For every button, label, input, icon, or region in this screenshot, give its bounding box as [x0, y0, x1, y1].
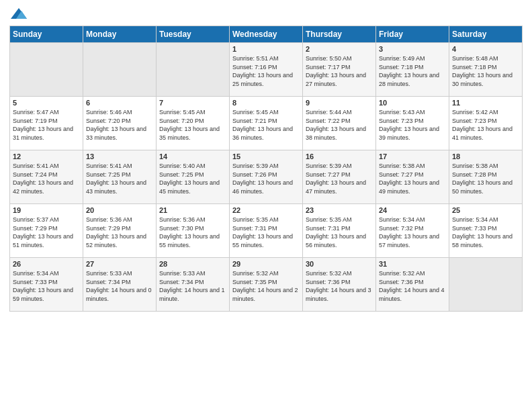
weekday-header-tuesday: Tuesday: [157, 26, 230, 43]
day-info: Sunrise: 5:33 AMSunset: 7:34 PMDaylight:…: [86, 270, 152, 302]
day-info: Sunrise: 5:34 AMSunset: 7:32 PMDaylight:…: [379, 216, 439, 248]
day-info: Sunrise: 5:40 AMSunset: 7:25 PMDaylight:…: [159, 163, 220, 195]
calendar-cell: 19Sunrise: 5:37 AMSunset: 7:29 PMDayligh…: [10, 204, 83, 258]
day-number: 1: [232, 45, 300, 53]
day-info: Sunrise: 5:39 AMSunset: 7:26 PMDaylight:…: [232, 163, 293, 195]
day-number: 5: [13, 99, 80, 107]
day-number: 27: [86, 260, 153, 268]
day-info: Sunrise: 5:41 AMSunset: 7:24 PMDaylight:…: [13, 163, 73, 195]
weekday-header-saturday: Saturday: [449, 26, 523, 43]
day-info: Sunrise: 5:49 AMSunset: 7:18 PMDaylight:…: [379, 55, 439, 87]
calendar-cell: 14Sunrise: 5:40 AMSunset: 7:25 PMDayligh…: [157, 150, 230, 204]
logo-icon: [9, 7, 28, 21]
calendar-cell: 12Sunrise: 5:41 AMSunset: 7:24 PMDayligh…: [10, 150, 83, 204]
weekday-header-wednesday: Wednesday: [230, 26, 303, 43]
day-info: Sunrise: 5:50 AMSunset: 7:17 PMDaylight:…: [306, 55, 366, 87]
day-number: 24: [379, 206, 446, 214]
day-number: 26: [13, 260, 80, 268]
calendar-container: SundayMondayTuesdayWednesdayThursdayFrid…: [0, 0, 532, 318]
calendar-cell: 22Sunrise: 5:35 AMSunset: 7:31 PMDayligh…: [230, 204, 303, 258]
day-info: Sunrise: 5:37 AMSunset: 7:29 PMDaylight:…: [13, 216, 73, 248]
day-number: 3: [379, 45, 446, 53]
calendar-cell: [449, 258, 523, 312]
calendar-cell: 6Sunrise: 5:46 AMSunset: 7:20 PMDaylight…: [83, 97, 157, 150]
calendar-cell: 18Sunrise: 5:38 AMSunset: 7:28 PMDayligh…: [449, 150, 523, 204]
day-info: Sunrise: 5:32 AMSunset: 7:35 PMDaylight:…: [232, 270, 298, 302]
day-info: Sunrise: 5:44 AMSunset: 7:22 PMDaylight:…: [306, 109, 366, 141]
day-info: Sunrise: 5:51 AMSunset: 7:16 PMDaylight:…: [232, 55, 293, 87]
day-number: 15: [232, 152, 300, 161]
day-info: Sunrise: 5:32 AMSunset: 7:36 PMDaylight:…: [379, 270, 445, 302]
calendar-cell: 30Sunrise: 5:32 AMSunset: 7:36 PMDayligh…: [303, 258, 376, 312]
calendar-cell: 3Sunrise: 5:49 AMSunset: 7:18 PMDaylight…: [376, 43, 449, 97]
calendar-cell: 21Sunrise: 5:36 AMSunset: 7:30 PMDayligh…: [157, 204, 230, 258]
day-info: Sunrise: 5:36 AMSunset: 7:30 PMDaylight:…: [159, 216, 220, 248]
calendar-cell: 15Sunrise: 5:39 AMSunset: 7:26 PMDayligh…: [230, 150, 303, 204]
weekday-header-sunday: Sunday: [10, 26, 83, 43]
day-number: 20: [86, 206, 153, 214]
calendar-cell: [83, 43, 157, 97]
day-number: 17: [379, 152, 446, 161]
day-number: 30: [306, 260, 373, 268]
calendar-cell: 27Sunrise: 5:33 AMSunset: 7:34 PMDayligh…: [83, 258, 157, 312]
day-number: 19: [13, 206, 80, 214]
day-number: 6: [86, 99, 153, 107]
day-number: 31: [379, 260, 446, 268]
calendar-cell: 10Sunrise: 5:43 AMSunset: 7:23 PMDayligh…: [376, 97, 449, 150]
day-number: 2: [306, 45, 373, 53]
day-info: Sunrise: 5:41 AMSunset: 7:25 PMDaylight:…: [86, 163, 146, 195]
calendar-cell: 24Sunrise: 5:34 AMSunset: 7:32 PMDayligh…: [376, 204, 449, 258]
day-info: Sunrise: 5:38 AMSunset: 7:27 PMDaylight:…: [379, 163, 439, 195]
day-number: 4: [452, 45, 519, 53]
calendar-cell: [10, 43, 83, 97]
week-row-3: 12Sunrise: 5:41 AMSunset: 7:24 PMDayligh…: [10, 150, 523, 204]
week-row-4: 19Sunrise: 5:37 AMSunset: 7:29 PMDayligh…: [10, 204, 523, 258]
day-number: 14: [159, 152, 226, 161]
day-info: Sunrise: 5:38 AMSunset: 7:28 PMDaylight:…: [452, 163, 513, 195]
weekday-header-thursday: Thursday: [303, 26, 376, 43]
day-info: Sunrise: 5:35 AMSunset: 7:31 PMDaylight:…: [306, 216, 366, 248]
calendar-cell: 2Sunrise: 5:50 AMSunset: 7:17 PMDaylight…: [303, 43, 376, 97]
day-info: Sunrise: 5:48 AMSunset: 7:18 PMDaylight:…: [452, 55, 513, 87]
day-number: 22: [232, 206, 300, 214]
calendar-cell: 8Sunrise: 5:45 AMSunset: 7:21 PMDaylight…: [230, 97, 303, 150]
weekday-header-row: SundayMondayTuesdayWednesdayThursdayFrid…: [10, 26, 523, 43]
calendar-cell: [157, 43, 230, 97]
calendar-cell: 16Sunrise: 5:39 AMSunset: 7:27 PMDayligh…: [303, 150, 376, 204]
calendar-cell: 25Sunrise: 5:34 AMSunset: 7:33 PMDayligh…: [449, 204, 523, 258]
calendar-cell: 26Sunrise: 5:34 AMSunset: 7:33 PMDayligh…: [10, 258, 83, 312]
day-info: Sunrise: 5:42 AMSunset: 7:23 PMDaylight:…: [452, 109, 513, 141]
calendar-table: SundayMondayTuesdayWednesdayThursdayFrid…: [9, 26, 523, 312]
day-number: 28: [159, 260, 226, 268]
week-row-5: 26Sunrise: 5:34 AMSunset: 7:33 PMDayligh…: [10, 258, 523, 312]
day-number: 21: [159, 206, 226, 214]
calendar-cell: 23Sunrise: 5:35 AMSunset: 7:31 PMDayligh…: [303, 204, 376, 258]
week-row-2: 5Sunrise: 5:47 AMSunset: 7:19 PMDaylight…: [10, 97, 523, 150]
weekday-header-friday: Friday: [376, 26, 449, 43]
logo: [9, 7, 31, 21]
calendar-cell: 1Sunrise: 5:51 AMSunset: 7:16 PMDaylight…: [230, 43, 303, 97]
weekday-header-monday: Monday: [83, 26, 157, 43]
calendar-cell: 11Sunrise: 5:42 AMSunset: 7:23 PMDayligh…: [449, 97, 523, 150]
day-info: Sunrise: 5:45 AMSunset: 7:21 PMDaylight:…: [232, 109, 293, 141]
day-info: Sunrise: 5:47 AMSunset: 7:19 PMDaylight:…: [13, 109, 73, 141]
day-number: 29: [232, 260, 300, 268]
day-number: 11: [452, 99, 519, 107]
calendar-cell: 29Sunrise: 5:32 AMSunset: 7:35 PMDayligh…: [230, 258, 303, 312]
day-info: Sunrise: 5:39 AMSunset: 7:27 PMDaylight:…: [306, 163, 366, 195]
day-number: 12: [13, 152, 80, 161]
calendar-cell: 9Sunrise: 5:44 AMSunset: 7:22 PMDaylight…: [303, 97, 376, 150]
calendar-cell: 7Sunrise: 5:45 AMSunset: 7:20 PMDaylight…: [157, 97, 230, 150]
day-number: 18: [452, 152, 519, 161]
day-number: 13: [86, 152, 153, 161]
calendar-cell: 13Sunrise: 5:41 AMSunset: 7:25 PMDayligh…: [83, 150, 157, 204]
day-number: 25: [452, 206, 519, 214]
calendar-cell: 5Sunrise: 5:47 AMSunset: 7:19 PMDaylight…: [10, 97, 83, 150]
week-row-1: 1Sunrise: 5:51 AMSunset: 7:16 PMDaylight…: [10, 43, 523, 97]
day-info: Sunrise: 5:34 AMSunset: 7:33 PMDaylight:…: [452, 216, 513, 248]
calendar-cell: 28Sunrise: 5:33 AMSunset: 7:34 PMDayligh…: [157, 258, 230, 312]
day-info: Sunrise: 5:33 AMSunset: 7:34 PMDaylight:…: [159, 270, 225, 302]
day-info: Sunrise: 5:36 AMSunset: 7:29 PMDaylight:…: [86, 216, 146, 248]
header: [9, 7, 523, 21]
day-info: Sunrise: 5:43 AMSunset: 7:23 PMDaylight:…: [379, 109, 439, 141]
